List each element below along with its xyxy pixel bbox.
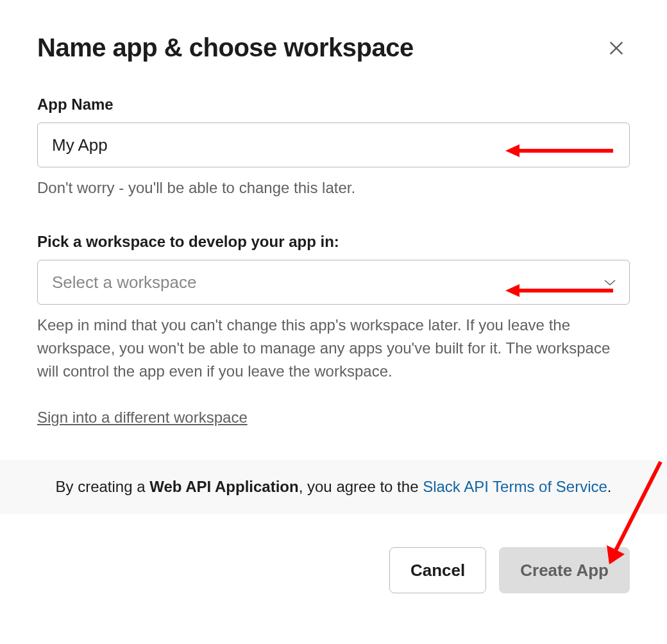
modal-footer: Cancel Create App	[37, 547, 630, 593]
app-name-label: App Name	[37, 96, 630, 114]
sign-into-workspace-link[interactable]: Sign into a different workspace	[37, 409, 248, 427]
create-app-button[interactable]: Create App	[499, 547, 630, 593]
terms-bold: Web API Application	[149, 478, 298, 495]
workspace-hint: Keep in mind that you can't change this …	[37, 314, 630, 383]
workspace-select-wrapper: Select a workspace	[37, 260, 630, 305]
app-name-input[interactable]	[37, 123, 630, 167]
terms-suffix: .	[607, 478, 612, 495]
close-button[interactable]	[603, 35, 630, 64]
workspace-select[interactable]: Select a workspace	[37, 260, 630, 305]
cancel-button[interactable]: Cancel	[389, 547, 486, 593]
create-app-modal: Name app & choose workspace App Name Don…	[0, 0, 667, 644]
close-icon	[608, 49, 625, 58]
terms-mid: , you agree to the	[299, 478, 423, 495]
terms-bar: By creating a Web API Application, you a…	[0, 460, 667, 514]
workspace-label: Pick a workspace to develop your app in:	[37, 233, 630, 251]
app-name-hint: Don't worry - you'll be able to change t…	[37, 176, 630, 199]
app-name-section: App Name Don't worry - you'll be able to…	[37, 96, 630, 199]
workspace-section: Pick a workspace to develop your app in:…	[37, 233, 630, 427]
modal-header: Name app & choose workspace	[37, 32, 630, 64]
modal-title: Name app & choose workspace	[37, 32, 414, 63]
terms-link[interactable]: Slack API Terms of Service	[423, 478, 607, 495]
terms-prefix: By creating a	[55, 478, 149, 495]
